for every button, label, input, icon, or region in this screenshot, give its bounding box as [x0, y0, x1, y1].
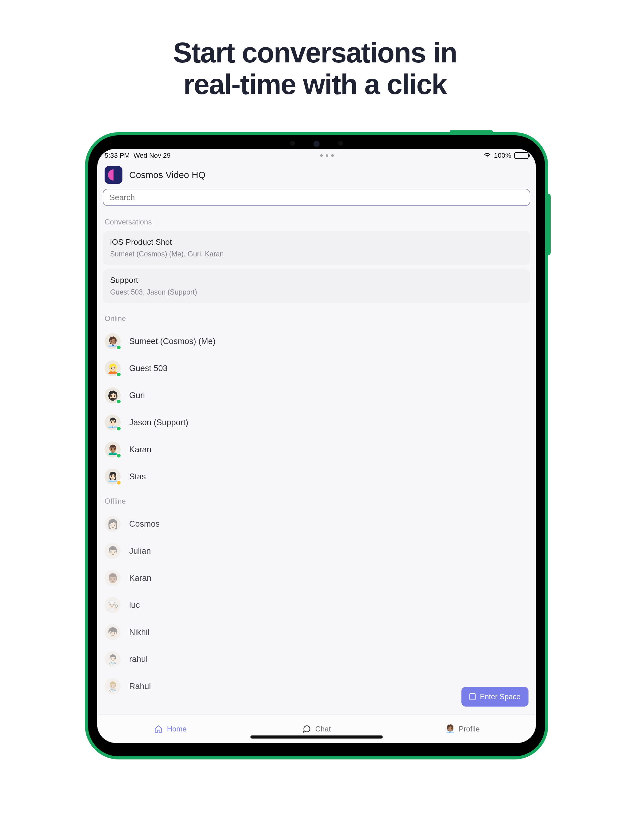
tab-profile-label: Profile: [459, 725, 480, 733]
user-row[interactable]: 🧑🏽‍💼 Sumeet (Cosmos) (Me): [97, 328, 536, 355]
status-dot-icon: [116, 372, 121, 377]
user-name: Jason (Support): [129, 418, 188, 427]
avatar: 👱🏻: [104, 360, 120, 376]
section-header-conversations: Conversations: [97, 211, 536, 231]
enter-space-button[interactable]: Enter Space: [461, 687, 529, 707]
user-name: Karan: [129, 445, 151, 455]
user-row[interactable]: 👩🏻‍💼 Stas: [97, 463, 536, 490]
conversation-members: Guest 503, Jason (Support): [110, 288, 523, 297]
avatar: 👨🏻‍💼: [104, 414, 120, 431]
conversation-title: Support: [110, 275, 523, 285]
status-dot-icon: [116, 453, 121, 458]
user-row[interactable]: 👨🏻‍💼 Jason (Support): [97, 409, 536, 436]
user-name: Cosmos: [129, 519, 160, 529]
avatar: 🧔🏻: [104, 387, 120, 403]
home-icon: [154, 725, 163, 733]
status-time: 5:33 PM: [104, 152, 130, 159]
door-icon: [469, 693, 476, 700]
avatar: 👨🏽: [104, 570, 120, 586]
user-row[interactable]: 👨🏻 Julian: [97, 537, 536, 565]
avatar: 🧑🏽‍💼: [104, 333, 120, 349]
section-header-offline: Offline: [97, 490, 536, 510]
enter-space-label: Enter Space: [480, 692, 521, 701]
avatar: 👨🏻: [104, 543, 120, 559]
avatar: 👨🏻‍🍳: [104, 597, 120, 613]
user-row[interactable]: 👨🏽 Karan: [97, 565, 536, 592]
status-date: Wed Nov 29: [133, 152, 171, 159]
avatar: 👨🏻‍⚕️: [104, 651, 120, 667]
avatar: 👩🏻‍💼: [104, 469, 120, 485]
conversation-members: Sumeet (Cosmos) (Me), Guri, Karan: [110, 250, 523, 258]
user-name: Rahul: [129, 682, 151, 691]
tab-chat[interactable]: Chat: [243, 715, 389, 743]
user-name: Sumeet (Cosmos) (Me): [129, 337, 216, 346]
app-header: Cosmos Video HQ: [97, 163, 536, 189]
user-row[interactable]: 👨🏽‍🦱 Karan: [97, 436, 536, 463]
tab-chat-label: Chat: [315, 725, 331, 733]
status-dot-icon: [116, 426, 121, 431]
battery-icon: [514, 152, 529, 159]
user-name: Julian: [129, 546, 151, 556]
avatar: 👨🏼‍⚕️: [104, 678, 120, 694]
user-name: Nikhil: [129, 628, 149, 637]
marketing-banner: Start conversations in real-time with a …: [0, 0, 630, 100]
tab-bar: Home Chat 🧑🏽‍💼 Profile: [97, 715, 536, 743]
device-bezel: 5:33 PM Wed Nov 29 100%: [88, 135, 545, 756]
user-row[interactable]: 🧔🏻 Guri: [97, 382, 536, 409]
home-indicator[interactable]: [250, 736, 383, 739]
user-name: rahul: [129, 655, 148, 664]
tab-home[interactable]: Home: [97, 715, 243, 743]
user-row[interactable]: 👩🏻 Cosmos: [97, 510, 536, 537]
status-dot-icon: [116, 345, 121, 350]
user-name: luc: [129, 600, 140, 610]
tab-profile[interactable]: 🧑🏽‍💼 Profile: [390, 715, 536, 743]
conversation-item[interactable]: Support Guest 503, Jason (Support): [103, 269, 530, 303]
user-row[interactable]: 👱🏻 Guest 503: [97, 355, 536, 382]
device-camera-area: [290, 141, 343, 147]
user-name: Guest 503: [129, 364, 168, 373]
avatar: 👨🏽‍🦱: [104, 442, 120, 458]
user-name: Karan: [129, 573, 151, 583]
tab-home-label: Home: [167, 725, 187, 733]
avatar: 👦🏻: [104, 624, 120, 640]
chat-icon: [302, 725, 311, 733]
marketing-headline: Start conversations in real-time with a …: [0, 37, 630, 100]
search-container: [97, 189, 536, 211]
profile-avatar-icon: 🧑🏽‍💼: [446, 725, 454, 733]
device-side-button: [548, 194, 551, 255]
headline-line1: Start conversations in: [173, 37, 457, 68]
headline-line2: real-time with a click: [184, 69, 446, 100]
app-logo-icon: [104, 166, 122, 184]
battery-percent: 100%: [494, 152, 511, 159]
wifi-icon: [484, 152, 491, 159]
app-screen: 5:33 PM Wed Nov 29 100%: [97, 149, 536, 743]
status-bar: 5:33 PM Wed Nov 29 100%: [97, 149, 536, 163]
search-input[interactable]: [103, 189, 530, 206]
device-frame: 5:33 PM Wed Nov 29 100%: [85, 132, 548, 759]
user-row[interactable]: 👨🏻‍⚕️ rahul: [97, 646, 536, 673]
user-name: Guri: [129, 391, 145, 400]
user-row[interactable]: 👦🏻 Nikhil: [97, 619, 536, 646]
section-header-online: Online: [97, 308, 536, 328]
status-dot-icon: [116, 480, 121, 485]
avatar: 👩🏻: [104, 516, 120, 532]
device-top-button: [450, 130, 493, 132]
multitask-dots[interactable]: [320, 154, 334, 157]
conversation-item[interactable]: iOS Product Shot Sumeet (Cosmos) (Me), G…: [103, 231, 530, 265]
app-title: Cosmos Video HQ: [129, 170, 206, 180]
user-row[interactable]: 👨🏻‍🍳 luc: [97, 592, 536, 619]
status-dot-icon: [116, 399, 121, 404]
user-name: Stas: [129, 472, 146, 482]
conversation-title: iOS Product Shot: [110, 237, 523, 247]
